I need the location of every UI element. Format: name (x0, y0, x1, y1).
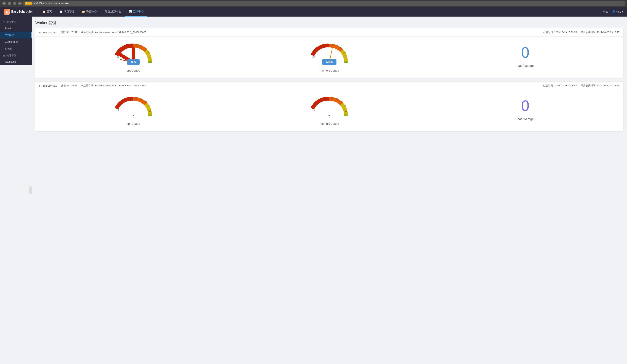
worker2-mem-gauge: 0 10 20 30 40 50 60 70 80 90 100 (309, 94, 350, 120)
url-bar[interactable]: 不安全 cdh2:8888/#/monitor/servers/worker (23, 1, 625, 6)
worker1-heartbeat: 最后心跳时间: 2019-10-20 13:13:27 (581, 31, 620, 34)
worker-card-1: IP: 192.168.33.6 进程pid: 28159 zk注册目录: /e… (35, 28, 623, 78)
url-text: cdh2:8888/#/monitor/servers/worker (33, 2, 69, 5)
svg-text:40: 40 (130, 98, 132, 100)
browser-chrome: ← → ↻ ⌂ 不安全 cdh2:8888/#/monitor/servers/… (0, 0, 627, 7)
svg-text:70: 70 (144, 100, 147, 103)
worker2-ip: IP: 192.168.33.9 (39, 84, 57, 87)
worker-info-bar-1: IP: 192.168.33.6 进程pid: 28159 zk注册目录: /e… (35, 28, 623, 37)
svg-text:40: 40 (130, 45, 132, 47)
svg-text:30: 30 (320, 46, 322, 49)
svg-point-53 (328, 115, 330, 117)
forward-button[interactable]: → (7, 1, 11, 5)
worker2-mem-metric: 0 10 20 30 40 50 60 70 80 90 100 (231, 94, 427, 126)
user-menu[interactable]: 👤 yore ▾ (612, 10, 623, 13)
worker1-pid: 进程pid: 28159 (61, 31, 77, 34)
worker2-load-label: loadAverage (517, 117, 534, 121)
worker1-ip: IP: 192.168.33.6 (39, 31, 57, 34)
nav-monitor[interactable]: 📊监控中心 (125, 7, 147, 17)
worker1-load-value: 0 (521, 45, 529, 60)
worker1-load-metric: 0 loadAverage (427, 45, 623, 68)
svg-text:90: 90 (345, 56, 347, 59)
worker1-created: 创建时间: 2019-10-19 15:09:59 (543, 31, 577, 34)
worker1-mem-gauge: 0 10 20 30 40 50 60 70 80 90 100 (309, 40, 350, 67)
worker-info-bar-2: IP: 192.168.33.9 进程pid: 15947 zk注册目录: /e… (35, 82, 623, 90)
svg-text:100: 100 (343, 115, 347, 118)
svg-text:10: 10 (312, 56, 315, 58)
svg-text:80: 80 (343, 104, 346, 107)
sidebar-section-stats: ☰统计管理 (0, 52, 32, 58)
svg-text:20: 20 (315, 103, 318, 105)
worker2-load-metric: 0 loadAverage (427, 98, 623, 121)
worker1-mem-pct: 60% (322, 59, 336, 65)
nav-right: 中文 👤 yore ▾ (603, 10, 623, 13)
home-button[interactable]: ⌂ (18, 1, 22, 5)
logo-text: EasyScheduler (11, 10, 33, 13)
worker1-mem-metric: 0 10 20 30 40 50 60 70 80 90 100 (231, 40, 427, 72)
svg-text:90: 90 (149, 110, 151, 112)
lang-switch[interactable]: 中文 (603, 10, 608, 13)
worker1-mem-label: memoryUsage (319, 69, 339, 72)
svg-text:10: 10 (116, 109, 119, 111)
svg-text:90: 90 (149, 56, 151, 59)
sidebar-wrapper: ☰服务管理 Master Worker Zookeeper Mysql ☰统计管… (0, 17, 32, 364)
sidebar: ☰服务管理 Master Worker Zookeeper Mysql ☰统计管… (0, 17, 32, 65)
worker1-metrics: 0 10 20 30 40 50 (35, 37, 623, 78)
nav-home[interactable]: 🏠首页 (39, 7, 56, 17)
svg-text:80: 80 (148, 104, 150, 107)
svg-text:100: 100 (343, 62, 347, 64)
page-title: Worker 管理 (35, 20, 623, 25)
nav-items: 🏠首页 📋项目管理 📁资源中心 🗄数据源中心 📊监控中心 (39, 7, 603, 17)
worker2-zk: zk注册目录: /escheduler/workers/192.168.33.9… (81, 84, 146, 87)
svg-text:50: 50 (135, 44, 137, 46)
main-content: Worker 管理 IP: 192.168.33.6 进程pid: 28159 … (32, 17, 627, 364)
svg-text:10: 10 (312, 109, 315, 111)
worker2-right: 创建时间: 2019-10-19 15:09:59 最后心跳时间: 2019-1… (543, 84, 620, 87)
svg-text:10: 10 (116, 56, 119, 58)
nav-datasource[interactable]: 🗄数据源中心 (101, 7, 125, 17)
svg-text:100: 100 (148, 62, 151, 64)
sidebar-item-master[interactable]: Master (0, 25, 32, 32)
svg-text:30: 30 (124, 46, 127, 49)
svg-text:60: 60 (140, 98, 142, 100)
svg-text:0: 0 (115, 116, 116, 118)
sidebar-item-statistics[interactable]: Statistics (0, 58, 32, 65)
svg-point-40 (132, 115, 134, 117)
worker1-cpu-label: cpuUsage (127, 69, 140, 72)
logo-icon: E (4, 9, 10, 15)
nav-resources[interactable]: 📁资源中心 (78, 7, 101, 17)
svg-text:0: 0 (311, 116, 312, 118)
svg-text:70: 70 (144, 47, 147, 49)
svg-text:0: 0 (311, 62, 312, 65)
svg-text:70: 70 (340, 100, 342, 103)
refresh-button[interactable]: ↻ (13, 1, 17, 5)
svg-text:40: 40 (325, 98, 328, 100)
back-button[interactable]: ← (2, 1, 6, 5)
svg-text:20: 20 (315, 50, 318, 52)
worker2-heartbeat: 最后心跳时间: 2019-10-20 13:13:25 (581, 84, 620, 87)
security-badge: 不安全 (25, 2, 32, 5)
sidebar-item-worker[interactable]: Worker (0, 32, 32, 38)
svg-text:50: 50 (330, 97, 333, 99)
worker1-zk: zk注册目录: /escheduler/workers/192.168.33.6… (81, 31, 146, 34)
worker2-cpu-label: cpuUsage (127, 122, 140, 126)
svg-text:60: 60 (335, 45, 338, 47)
sidebar-item-mysql[interactable]: Mysql (0, 45, 32, 52)
main-layout: ☰服务管理 Master Worker Zookeeper Mysql ☰统计管… (0, 17, 627, 364)
svg-text:90: 90 (345, 110, 347, 112)
worker1-cpu-gauge: 0 10 20 30 40 50 (113, 40, 154, 67)
svg-text:50: 50 (135, 97, 137, 99)
worker1-load-label: loadAverage (517, 64, 534, 68)
worker-card-2: IP: 192.168.33.9 进程pid: 15947 zk注册目录: /e… (35, 82, 623, 131)
nav-projects[interactable]: 📋项目管理 (56, 7, 78, 17)
svg-text:100: 100 (148, 115, 151, 118)
svg-text:20: 20 (119, 50, 122, 52)
sidebar-collapse[interactable]: ‹ (29, 187, 32, 194)
logo-area: E EasyScheduler (4, 9, 33, 15)
worker2-load-value: 0 (521, 98, 529, 113)
svg-text:30: 30 (320, 100, 322, 102)
worker1-cpu-metric: 0 10 20 30 40 50 (35, 40, 231, 72)
svg-text:60: 60 (335, 98, 338, 100)
sidebar-item-zookeeper[interactable]: Zookeeper (0, 38, 32, 45)
svg-text:40: 40 (325, 45, 328, 47)
